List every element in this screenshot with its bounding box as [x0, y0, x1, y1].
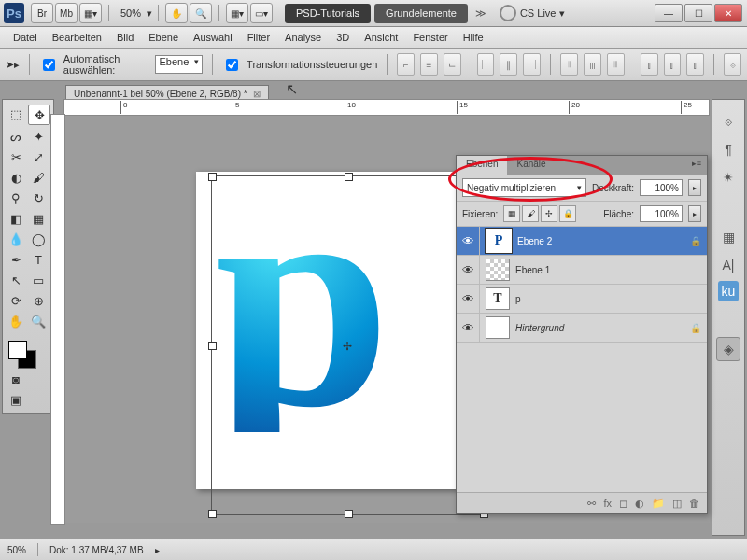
menu-bearbeiten[interactable]: Bearbeiten — [45, 29, 109, 46]
menu-ebene[interactable]: Ebene — [141, 29, 186, 46]
maximize-button[interactable]: ☐ — [684, 4, 712, 22]
layer-thumbnail[interactable]: P — [486, 229, 512, 253]
align-left-button[interactable]: ⎸ — [477, 53, 495, 76]
hand-tool-button[interactable]: ✋ — [165, 3, 188, 23]
auto-select-dropdown[interactable]: Ebene — [155, 55, 204, 74]
history-panel-icon[interactable]: ⟐ — [715, 109, 741, 133]
eraser-tool[interactable]: ◧ — [6, 209, 26, 228]
layer-row[interactable]: 👁PEbene 2🔒 — [457, 227, 707, 256]
history-brush-tool[interactable]: ↻ — [28, 189, 49, 207]
layer-thumbnail[interactable]: T — [486, 287, 510, 310]
zoom-tool-button[interactable]: 🔍 — [190, 3, 212, 23]
lock-pixels-button[interactable]: 🖌 — [522, 205, 539, 222]
lock-all-button[interactable]: 🔒 — [559, 205, 576, 222]
swatches-panel-icon[interactable]: ▦ — [715, 225, 741, 249]
color-swatches[interactable] — [5, 337, 51, 369]
screen-mode-button[interactable]: ▭▾ — [250, 3, 273, 23]
marquee-tool[interactable]: ⬚ — [6, 105, 26, 123]
distribute-left-button[interactable]: ⫿ — [641, 53, 658, 76]
menu-bild[interactable]: Bild — [109, 29, 141, 46]
path-select-tool[interactable]: ↖ — [6, 271, 26, 289]
menu-filter[interactable]: Filter — [240, 29, 277, 46]
stamp-tool[interactable]: ⚲ — [6, 189, 26, 207]
foreground-color-swatch[interactable] — [8, 341, 27, 359]
fill-field[interactable]: 100% — [640, 205, 683, 222]
distribute-top-button[interactable]: ⫴ — [560, 53, 578, 76]
minimize-button[interactable]: — — [655, 4, 683, 22]
3d-camera-tool[interactable]: ⊕ — [28, 291, 49, 310]
zoom-tool[interactable]: 🔍 — [28, 312, 49, 330]
layer-visibility-icon[interactable]: 👁 — [457, 227, 480, 255]
workspace-more-icon[interactable]: ≫ — [470, 4, 492, 23]
align-hcenter-button[interactable]: ∥ — [500, 53, 517, 76]
transform-center-icon[interactable]: ✢ — [343, 340, 352, 353]
lock-transparency-button[interactable]: ▦ — [503, 205, 520, 222]
magic-wand-tool[interactable]: ✦ — [28, 127, 49, 146]
align-right-button[interactable]: ⎹ — [523, 53, 541, 76]
layer-visibility-icon[interactable]: 👁 — [457, 285, 480, 313]
close-button[interactable]: ✕ — [714, 4, 742, 22]
layer-row[interactable]: 👁Hintergrund🔒 — [457, 314, 707, 343]
layer-thumbnail[interactable] — [486, 259, 510, 281]
crop-tool[interactable]: ✂ — [6, 147, 26, 166]
adjustment-layer-icon[interactable]: ◐ — [635, 497, 644, 510]
hand-tool[interactable]: ✋ — [6, 312, 26, 330]
3d-tool[interactable]: ⟳ — [6, 291, 26, 310]
dodge-tool[interactable]: ◯ — [28, 230, 49, 248]
fill-flyout-icon[interactable]: ▸ — [688, 205, 701, 222]
move-tool[interactable]: ✥ — [28, 105, 50, 125]
lasso-tool[interactable]: ᔕ — [6, 127, 26, 146]
menu-ansicht[interactable]: Ansicht — [357, 29, 405, 46]
arrange-docs-button[interactable]: ▦▾ — [226, 3, 248, 23]
character-panel-icon[interactable]: ¶ — [715, 137, 741, 161]
actions-panel-icon[interactable]: ✴ — [715, 165, 741, 189]
kuler-panel-icon[interactable]: ku — [718, 281, 739, 301]
align-top-button[interactable]: ⌐ — [397, 53, 415, 76]
layer-visibility-icon[interactable]: 👁 — [457, 314, 480, 342]
link-layers-icon[interactable]: ⚯ — [587, 497, 596, 510]
new-group-icon[interactable]: 📁 — [652, 497, 665, 510]
transform-handle-tl[interactable] — [208, 173, 217, 181]
blur-tool[interactable]: 💧 — [6, 230, 26, 248]
quickmask-button[interactable]: ◙ — [6, 370, 26, 388]
delete-layer-icon[interactable]: 🗑 — [689, 497, 699, 509]
gradient-tool[interactable]: ▦ — [28, 209, 49, 228]
close-tab-icon[interactable]: ⊠ — [253, 89, 261, 99]
paragraph-panel-icon[interactable]: A| — [715, 253, 741, 277]
distribute-vcenter-button[interactable]: ⫼ — [584, 53, 601, 76]
transform-controls-checkbox[interactable] — [226, 59, 238, 71]
distribute-hcenter-button[interactable]: ⫿ — [664, 53, 682, 76]
cslive-button[interactable]: CS Live▾ — [500, 5, 566, 21]
distribute-right-button[interactable]: ⫿ — [686, 53, 704, 76]
brush-tool[interactable]: 🖌 — [28, 168, 49, 187]
tab-ebenen[interactable]: Ebenen — [457, 156, 507, 175]
layer-row[interactable]: 👁Tp — [457, 285, 707, 314]
menu-datei[interactable]: Datei — [6, 29, 45, 46]
status-zoom[interactable]: 50% — [7, 545, 26, 555]
shape-tool[interactable]: ▭ — [28, 271, 49, 289]
auto-select-checkbox[interactable] — [43, 59, 55, 71]
auto-align-button[interactable]: ⟐ — [724, 53, 741, 76]
spot-heal-tool[interactable]: ◐ — [6, 168, 26, 187]
menu-hilfe[interactable]: Hilfe — [456, 29, 491, 46]
transform-handle-ml[interactable] — [208, 342, 217, 350]
menu-analyse[interactable]: Analyse — [277, 29, 329, 46]
transform-handle-tc[interactable] — [345, 173, 353, 181]
zoom-level[interactable]: 50% — [120, 7, 141, 19]
minibridge-button[interactable]: Mb — [55, 3, 78, 23]
menu-auswahl[interactable]: Auswahl — [186, 29, 240, 46]
bridge-button[interactable]: Br — [31, 3, 53, 23]
blend-mode-dropdown[interactable]: Negativ multiplizieren — [462, 178, 586, 197]
tab-kanale[interactable]: Kanäle — [507, 156, 555, 175]
transform-handle-bc[interactable] — [345, 510, 353, 518]
distribute-bottom-button[interactable]: ⫴ — [607, 53, 625, 76]
layer-mask-icon[interactable]: ◻ — [619, 497, 627, 510]
layers-panel-icon[interactable]: ◈ — [716, 337, 740, 361]
panel-menu-icon[interactable]: ▸≡ — [686, 156, 707, 175]
transform-handle-bl[interactable] — [208, 510, 217, 518]
layer-style-icon[interactable]: fx — [603, 497, 612, 509]
workspace-psd-tutorials[interactable]: PSD-Tutorials — [285, 4, 371, 23]
view-extras-button[interactable]: ▦▾ — [79, 3, 102, 23]
layer-thumbnail[interactable] — [486, 316, 510, 339]
lock-position-button[interactable]: ✢ — [541, 205, 557, 222]
